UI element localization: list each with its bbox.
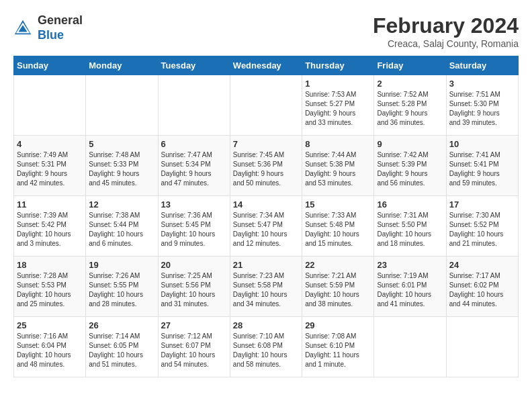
day-info: Sunrise: 7:38 AM Sunset: 5:44 PM Dayligh… [89, 211, 154, 248]
calendar-table: SundayMondayTuesdayWednesdayThursdayFrid… [13, 56, 519, 377]
day-info: Sunrise: 7:21 AM Sunset: 5:59 PM Dayligh… [305, 271, 371, 309]
header-sunday: Sunday [14, 56, 86, 75]
day-number: 14 [233, 199, 299, 210]
day-info: Sunrise: 7:45 AM Sunset: 5:36 PM Dayligh… [233, 150, 299, 188]
day-info: Sunrise: 7:17 AM Sunset: 6:02 PM Dayligh… [449, 271, 515, 309]
day-number: 26 [89, 320, 154, 330]
calendar-cell: 25Sunrise: 7:16 AM Sunset: 6:04 PM Dayli… [14, 317, 86, 377]
day-number: 10 [449, 139, 515, 149]
header-saturday: Saturday [446, 56, 518, 75]
day-info: Sunrise: 7:19 AM Sunset: 6:01 PM Dayligh… [377, 271, 443, 309]
calendar-cell: 18Sunrise: 7:28 AM Sunset: 5:53 PM Dayli… [14, 257, 86, 317]
day-number: 17 [449, 199, 515, 210]
day-info: Sunrise: 7:33 AM Sunset: 5:48 PM Dayligh… [305, 211, 371, 248]
calendar-cell: 7Sunrise: 7:45 AM Sunset: 5:36 PM Daylig… [230, 136, 302, 196]
day-info: Sunrise: 7:52 AM Sunset: 5:28 PM Dayligh… [377, 90, 443, 128]
calendar-cell: 12Sunrise: 7:38 AM Sunset: 5:44 PM Dayli… [86, 196, 158, 257]
calendar-week-row: 1Sunrise: 7:53 AM Sunset: 5:27 PM Daylig… [14, 75, 519, 136]
calendar-cell: 4Sunrise: 7:49 AM Sunset: 5:31 PM Daylig… [14, 136, 86, 196]
day-number: 9 [377, 139, 443, 149]
calendar-cell: 19Sunrise: 7:26 AM Sunset: 5:55 PM Dayli… [86, 257, 158, 317]
main-title: February 2024 [373, 13, 519, 38]
day-number: 24 [449, 260, 515, 270]
calendar-cell [374, 317, 446, 377]
day-number: 16 [377, 199, 443, 210]
day-number: 18 [17, 260, 83, 270]
calendar-cell: 9Sunrise: 7:42 AM Sunset: 5:39 PM Daylig… [374, 136, 446, 196]
page-header: General Blue February 2024 Creaca, Salaj… [13, 13, 519, 49]
day-info: Sunrise: 7:28 AM Sunset: 5:53 PM Dayligh… [17, 271, 83, 309]
day-info: Sunrise: 7:51 AM Sunset: 5:30 PM Dayligh… [449, 90, 515, 128]
calendar-cell: 15Sunrise: 7:33 AM Sunset: 5:48 PM Dayli… [302, 196, 374, 257]
day-info: Sunrise: 7:10 AM Sunset: 6:08 PM Dayligh… [233, 332, 299, 369]
day-info: Sunrise: 7:26 AM Sunset: 5:55 PM Dayligh… [89, 271, 154, 309]
logo-text: General Blue [38, 13, 83, 42]
day-number: 2 [377, 79, 443, 89]
day-number: 27 [161, 320, 227, 330]
logo-icon [13, 19, 32, 38]
day-info: Sunrise: 7:14 AM Sunset: 6:05 PM Dayligh… [89, 332, 154, 369]
day-number: 28 [233, 320, 299, 330]
calendar-cell: 26Sunrise: 7:14 AM Sunset: 6:05 PM Dayli… [86, 317, 158, 377]
calendar-cell: 11Sunrise: 7:39 AM Sunset: 5:42 PM Dayli… [14, 196, 86, 257]
calendar-cell: 17Sunrise: 7:30 AM Sunset: 5:52 PM Dayli… [446, 196, 518, 257]
day-info: Sunrise: 7:31 AM Sunset: 5:50 PM Dayligh… [377, 211, 443, 248]
day-info: Sunrise: 7:53 AM Sunset: 5:27 PM Dayligh… [305, 90, 371, 128]
logo-general: General [38, 13, 83, 28]
day-info: Sunrise: 7:25 AM Sunset: 5:56 PM Dayligh… [161, 271, 227, 309]
calendar-cell: 29Sunrise: 7:08 AM Sunset: 6:10 PM Dayli… [302, 317, 374, 377]
calendar-week-row: 25Sunrise: 7:16 AM Sunset: 6:04 PM Dayli… [14, 317, 519, 377]
calendar-cell: 14Sunrise: 7:34 AM Sunset: 5:47 PM Dayli… [230, 196, 302, 257]
calendar-cell: 13Sunrise: 7:36 AM Sunset: 5:45 PM Dayli… [158, 196, 230, 257]
day-info: Sunrise: 7:42 AM Sunset: 5:39 PM Dayligh… [377, 150, 443, 188]
calendar-header-row: SundayMondayTuesdayWednesdayThursdayFrid… [14, 56, 519, 75]
calendar-cell: 22Sunrise: 7:21 AM Sunset: 5:59 PM Dayli… [302, 257, 374, 317]
day-number: 6 [161, 139, 227, 149]
day-info: Sunrise: 7:49 AM Sunset: 5:31 PM Dayligh… [17, 150, 83, 188]
day-number: 8 [305, 139, 371, 149]
calendar-cell: 20Sunrise: 7:25 AM Sunset: 5:56 PM Dayli… [158, 257, 230, 317]
header-tuesday: Tuesday [158, 56, 230, 75]
day-number: 11 [17, 199, 83, 210]
calendar-cell [86, 75, 158, 136]
calendar-cell: 10Sunrise: 7:41 AM Sunset: 5:41 PM Dayli… [446, 136, 518, 196]
header-wednesday: Wednesday [230, 56, 302, 75]
day-number: 3 [449, 79, 515, 89]
calendar-week-row: 11Sunrise: 7:39 AM Sunset: 5:42 PM Dayli… [14, 196, 519, 257]
calendar-cell: 23Sunrise: 7:19 AM Sunset: 6:01 PM Dayli… [374, 257, 446, 317]
day-number: 20 [161, 260, 227, 270]
calendar-cell: 6Sunrise: 7:47 AM Sunset: 5:34 PM Daylig… [158, 136, 230, 196]
header-friday: Friday [374, 56, 446, 75]
day-info: Sunrise: 7:16 AM Sunset: 6:04 PM Dayligh… [17, 332, 83, 369]
day-info: Sunrise: 7:08 AM Sunset: 6:10 PM Dayligh… [305, 332, 371, 369]
day-info: Sunrise: 7:48 AM Sunset: 5:33 PM Dayligh… [89, 150, 154, 188]
header-thursday: Thursday [302, 56, 374, 75]
day-info: Sunrise: 7:39 AM Sunset: 5:42 PM Dayligh… [17, 211, 83, 248]
calendar-cell [230, 75, 302, 136]
calendar-cell: 5Sunrise: 7:48 AM Sunset: 5:33 PM Daylig… [86, 136, 158, 196]
calendar-cell: 27Sunrise: 7:12 AM Sunset: 6:07 PM Dayli… [158, 317, 230, 377]
day-info: Sunrise: 7:47 AM Sunset: 5:34 PM Dayligh… [161, 150, 227, 188]
day-number: 4 [17, 139, 83, 149]
calendar-week-row: 18Sunrise: 7:28 AM Sunset: 5:53 PM Dayli… [14, 257, 519, 317]
subtitle: Creaca, Salaj County, Romania [373, 38, 519, 49]
calendar-week-row: 4Sunrise: 7:49 AM Sunset: 5:31 PM Daylig… [14, 136, 519, 196]
day-number: 7 [233, 139, 299, 149]
day-number: 25 [17, 320, 83, 330]
day-number: 29 [305, 320, 371, 330]
calendar-cell: 28Sunrise: 7:10 AM Sunset: 6:08 PM Dayli… [230, 317, 302, 377]
day-number: 19 [89, 260, 154, 270]
calendar-cell [446, 317, 518, 377]
day-number: 21 [233, 260, 299, 270]
day-number: 5 [89, 139, 154, 149]
calendar-cell: 8Sunrise: 7:44 AM Sunset: 5:38 PM Daylig… [302, 136, 374, 196]
logo-blue: Blue [38, 28, 83, 43]
day-info: Sunrise: 7:44 AM Sunset: 5:38 PM Dayligh… [305, 150, 371, 188]
day-number: 22 [305, 260, 371, 270]
calendar-cell [14, 75, 86, 136]
calendar-cell: 21Sunrise: 7:23 AM Sunset: 5:58 PM Dayli… [230, 257, 302, 317]
day-info: Sunrise: 7:41 AM Sunset: 5:41 PM Dayligh… [449, 150, 515, 188]
day-info: Sunrise: 7:23 AM Sunset: 5:58 PM Dayligh… [233, 271, 299, 309]
title-block: February 2024 Creaca, Salaj County, Roma… [373, 13, 519, 49]
day-number: 15 [305, 199, 371, 210]
